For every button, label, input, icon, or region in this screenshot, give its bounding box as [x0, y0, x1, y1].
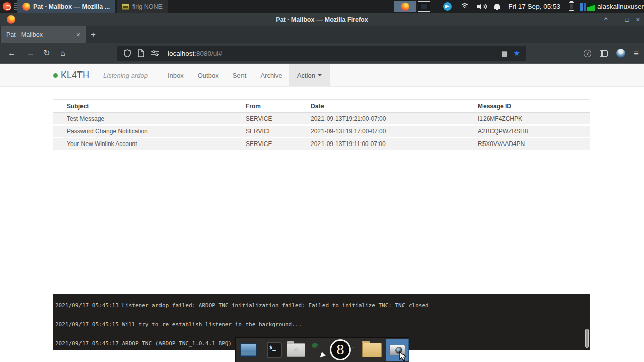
terminal-icon[interactable]: $_ [267, 342, 282, 358]
cell-date: 2021-09-13T19:17:00-07:00 [311, 128, 478, 135]
display-icon [421, 4, 427, 9]
taskbar-button-label: flrig NONE [132, 3, 163, 10]
back-button[interactable]: ← [4, 46, 19, 61]
cell-subject: Test Message [53, 115, 246, 122]
dock-expand-caret-icon[interactable]: ˆ [352, 347, 354, 353]
console-line: 2021/09/17 05:45:15 Will try to re-estab… [55, 322, 590, 328]
mouse-cursor [399, 351, 407, 362]
chevron-down-icon [318, 74, 322, 76]
window-titlebar: Pat - Mailbox — Mozilla Firefox ^ – □ × [0, 13, 644, 26]
folder-icon[interactable] [362, 343, 382, 357]
menu-hamburger-icon[interactable]: ≡ [634, 49, 639, 58]
volume-icon[interactable] [477, 3, 486, 10]
system-tray: Fri 17 Sep, 05:53 alaskalinuxuser [394, 0, 644, 13]
console-scrollbar[interactable] [585, 329, 589, 348]
shield-icon[interactable] [124, 49, 131, 57]
url-bar[interactable]: localhost:8080/ui# ▤ ★ [117, 46, 526, 61]
table-row[interactable]: Test Message SERVICE 2021-09-13T19:21:00… [53, 113, 590, 125]
reader-mode-icon[interactable]: ▤ [501, 50, 507, 57]
cell-from: SERVICE [246, 115, 311, 122]
cell-subject: Password Change Notification [53, 128, 246, 135]
cell-date: 2021-09-13T19:11:00-07:00 [311, 140, 478, 148]
cell-message-id: A2BCQPWZRSH8 [478, 128, 590, 135]
window-minimize-button[interactable]: – [614, 16, 618, 23]
nav-item-outbox[interactable]: Outbox [191, 64, 226, 86]
cell-message-id: R5X0VVAAD4PN [478, 140, 590, 148]
home-button[interactable]: ⌂ [55, 46, 70, 61]
new-tab-button[interactable]: + [86, 26, 101, 43]
brand[interactable]: KL4TH [53, 64, 89, 86]
pat-navbar: KL4TH Listening ardop Inbox Outbox Sent … [0, 64, 644, 87]
desktop-panel: Pat - Mailbox — Mozilla ... flrig NONE F… [0, 0, 644, 13]
callsign-label: KL4TH [61, 70, 89, 81]
web-browser-globe-icon[interactable] [308, 340, 328, 359]
nav-item-inbox[interactable]: Inbox [160, 64, 191, 86]
taskbar-button-firefox[interactable]: Pat - Mailbox — Mozilla ... [17, 0, 115, 13]
tab-close-icon[interactable]: × [76, 31, 80, 39]
cell-from: SERVICE [246, 128, 311, 135]
action-dropdown[interactable]: Action [289, 64, 330, 86]
dock-separator [262, 340, 262, 359]
screen: Pat - Mailbox — Mozilla ... flrig NONE F… [0, 0, 644, 362]
table-header-row: Subject From Date Message ID [53, 99, 590, 113]
cell-date: 2021-09-13T19:21:00-07:00 [311, 115, 478, 122]
show-desktop-icon[interactable] [240, 343, 257, 357]
console-line: 2021/09/17 05:45:13 Listener ardop faile… [55, 303, 590, 309]
bookmark-star-icon[interactable]: ★ [514, 49, 520, 58]
taskbar-button-flrig[interactable]: flrig NONE [117, 0, 168, 13]
page-info-icon[interactable] [138, 49, 144, 57]
pocket-icon[interactable]: ∨ [584, 50, 591, 57]
tray-display-applet[interactable] [418, 1, 430, 12]
reload-button[interactable]: ↻ [39, 46, 54, 61]
table-row[interactable]: Your New Winlink Account SERVICE 2021-09… [53, 138, 590, 151]
screenshot-camera-icon[interactable] [386, 339, 409, 361]
telegram-icon[interactable] [443, 2, 452, 11]
window-shade-button[interactable]: ^ [604, 16, 607, 23]
url-text[interactable]: localhost:8080/ui# [168, 50, 222, 57]
column-header-date: Date [311, 103, 478, 110]
action-label: Action [297, 71, 315, 79]
cell-from: SERVICE [246, 140, 311, 148]
column-header-from: From [246, 103, 311, 110]
dock: $_ ⌂ 8 ˆ [235, 337, 409, 362]
dock-separator [357, 340, 357, 359]
app-menu-icon[interactable] [2, 2, 12, 11]
window-title: Pat - Mailbox — Mozilla Firefox [0, 16, 644, 23]
column-header-message-id: Message ID [478, 103, 590, 110]
notification-bell-icon[interactable] [494, 3, 500, 10]
battery-icon[interactable] [569, 2, 574, 11]
permissions-sliders-icon[interactable] [151, 50, 159, 56]
taskbar-button-label: Pat - Mailbox — Mozilla ... [33, 3, 110, 10]
wifi-icon[interactable] [460, 3, 469, 10]
tab-title: Pat - Mailbox [6, 31, 43, 38]
firefox-icon [22, 3, 30, 11]
cell-message-id: I126MF4ZCHPK [478, 115, 590, 122]
window-maximize-button[interactable]: □ [625, 16, 629, 23]
listening-status: Listening ardop [103, 71, 148, 79]
column-header-subject: Subject [53, 103, 246, 110]
cell-subject: Your New Winlink Account [53, 140, 246, 148]
tray-firefox-applet[interactable] [394, 1, 416, 12]
flrig-icon [122, 4, 129, 10]
extension-globe-icon[interactable] [616, 49, 625, 58]
tab-strip: Pat - Mailbox × + [0, 26, 644, 43]
nav-item-archive[interactable]: Archive [253, 64, 289, 86]
circle-eight-app-icon[interactable]: 8 [330, 339, 351, 360]
nav-item-sent[interactable]: Sent [226, 64, 254, 86]
toolbar-right-icons: ∨ ≡ [584, 43, 639, 64]
sidebar-icon[interactable] [600, 50, 608, 57]
tab-pat-mailbox[interactable]: Pat - Mailbox × [1, 26, 86, 43]
system-monitor-icon[interactable] [580, 2, 595, 11]
pat-webui-page: KL4TH Listening ardop Inbox Outbox Sent … [0, 64, 644, 362]
firefox-icon [401, 3, 409, 11]
status-dot-icon [53, 73, 58, 78]
window-close-button[interactable]: × [636, 16, 640, 23]
panel-clock[interactable]: Fri 17 Sep, 05:53 [508, 3, 560, 10]
username-label[interactable]: alaskalinuxuser [597, 3, 644, 10]
nav-links: Inbox Outbox Sent Archive Action [160, 64, 330, 86]
table-row[interactable]: Password Change Notification SERVICE 202… [53, 125, 590, 138]
mailbox-table: Subject From Date Message ID Test Messag… [53, 99, 590, 151]
file-manager-icon[interactable]: ⌂ [287, 343, 305, 357]
forward-button[interactable]: → [23, 46, 38, 61]
